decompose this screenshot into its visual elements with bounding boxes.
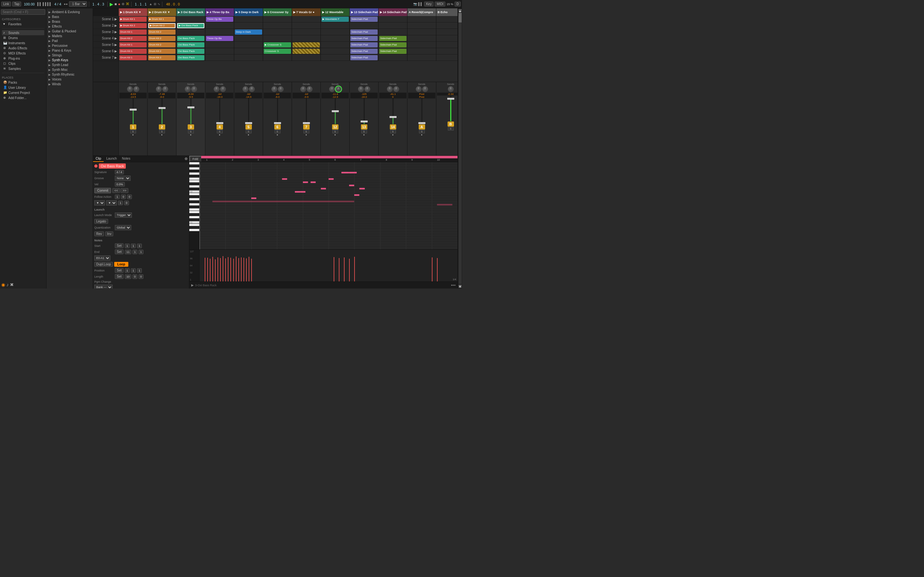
pr-play-btn[interactable]: ▶ <box>191 284 194 287</box>
ch-arm-5[interactable]: ● <box>248 133 249 136</box>
clip-slot[interactable] <box>407 35 436 42</box>
add-button[interactable]: ⊕ <box>121 2 124 6</box>
clip-slot[interactable] <box>263 16 292 23</box>
key-f2[interactable] <box>189 177 199 180</box>
key-fs1[interactable] <box>189 206 199 208</box>
key-btn[interactable]: Key <box>424 2 433 6</box>
clip-slot[interactable] <box>263 23 292 29</box>
clip-slot[interactable]: ▶ Wavetable F <box>321 16 349 23</box>
key-as0[interactable] <box>189 226 199 229</box>
sidebar-item-drums[interactable]: ⊞ Drums <box>2 35 44 40</box>
key-e2[interactable] <box>189 180 199 183</box>
clip-slot[interactable] <box>379 16 407 23</box>
key-b1[interactable] <box>189 193 199 195</box>
midi-btn[interactable]: MIDI <box>435 2 445 6</box>
key-b2[interactable] <box>189 162 199 165</box>
scene-3[interactable]: Scene 3 ▶ <box>93 29 118 35</box>
pos-set-btn[interactable]: Set <box>115 268 124 273</box>
bc-synth-rhythmic[interactable]: ▶Synth Rhythmic <box>47 72 93 77</box>
clip-slot[interactable] <box>205 23 234 29</box>
clip-slot[interactable]: Oxi Bass Pack <box>176 55 205 61</box>
key-a0[interactable] <box>189 229 199 231</box>
sidebar-item-sounds[interactable]: ♪ Sounds <box>2 30 44 35</box>
rec-button[interactable]: ● <box>118 2 120 6</box>
legato-btn[interactable]: Legato <box>94 219 108 224</box>
ch-arm-2[interactable]: ● <box>161 133 163 136</box>
clip-slot[interactable]: Drum Kit 1 <box>119 55 147 61</box>
key-ds2[interactable] <box>189 183 199 185</box>
key-d2[interactable] <box>189 185 199 188</box>
key-ds1[interactable] <box>189 213 199 216</box>
clip-slot[interactable]: Sidechain Pad <box>350 55 378 61</box>
scene-6[interactable]: Scene 6 ▶ <box>93 48 118 55</box>
clip-slot[interactable] <box>407 42 436 48</box>
vel-val[interactable]: 0.0% <box>115 182 125 187</box>
clip-slot[interactable] <box>321 29 349 35</box>
send-b-knob-1[interactable] <box>134 86 139 92</box>
key-as1[interactable] <box>189 195 199 198</box>
key-g1[interactable] <box>189 203 199 206</box>
clip-slot[interactable] <box>321 55 349 61</box>
tap-button[interactable]: Tap <box>12 2 21 6</box>
fader-13[interactable] <box>360 121 368 122</box>
send-b-knob-14[interactable] <box>393 86 399 92</box>
e0a1-select[interactable]: E0-A1 <box>94 255 110 261</box>
key-as2[interactable] <box>189 165 199 167</box>
send-a-knob-B[interactable] <box>448 86 454 92</box>
clip-slot[interactable]: ▶ Oxi Bass Pack <box>176 23 205 29</box>
groove-select[interactable]: None Swing <box>115 176 131 181</box>
clip-slot[interactable] <box>292 29 320 35</box>
solo-btn-12[interactable]: S <box>333 130 338 133</box>
solo-btn-1[interactable]: S <box>130 130 136 133</box>
clip-slot[interactable]: ▶ Drum Kit 1 <box>148 16 176 23</box>
clip-slot[interactable] <box>234 55 263 61</box>
sidebar-item-clips[interactable]: ◻ Clips <box>2 61 44 66</box>
clip-slot[interactable] <box>292 48 320 55</box>
sidebar-bottom-settings[interactable]: ✖ <box>10 282 14 287</box>
tab-launch[interactable]: Launch <box>103 156 120 162</box>
clip-name-display[interactable]: Oxi Bass Rack <box>99 163 126 169</box>
clip-slot[interactable]: Sidechain Pad <box>379 48 407 55</box>
clip-slot[interactable] <box>436 48 457 55</box>
send-a-knob-3[interactable] <box>185 86 191 92</box>
send-b-knob-2[interactable] <box>162 86 168 92</box>
key-f1[interactable] <box>189 208 199 211</box>
solo-btn-B[interactable]: S <box>448 127 454 131</box>
key-gs1[interactable] <box>189 201 199 203</box>
send-b-knob-12[interactable] <box>336 86 341 92</box>
send-b-knob-4[interactable] <box>220 86 226 92</box>
solo-btn-6[interactable]: S <box>275 130 280 133</box>
tab-clip[interactable]: Clip <box>93 156 103 162</box>
rev-btn[interactable]: Rev <box>94 231 104 236</box>
clip-slot[interactable] <box>292 55 320 61</box>
clip-slot[interactable]: Sidechain Pad <box>379 42 407 48</box>
clip-slot[interactable]: Drum Kit 2 <box>148 48 176 55</box>
clip-slot[interactable] <box>176 29 205 35</box>
scroll-up[interactable]: ▲ <box>459 9 462 12</box>
clip-slot[interactable]: Sidechain Pad <box>350 16 378 23</box>
solo-btn-7[interactable]: S <box>304 130 309 133</box>
inv-btn[interactable]: Inv <box>105 231 113 236</box>
clip-slot[interactable] <box>436 29 457 35</box>
key-g2[interactable] <box>189 172 199 175</box>
clip-slot[interactable] <box>234 42 263 48</box>
clip-slot[interactable] <box>234 35 263 42</box>
bc-winds[interactable]: ▶Winds <box>47 82 93 87</box>
solo-btn-5[interactable]: S <box>246 130 252 133</box>
clip-slot[interactable] <box>205 42 234 48</box>
ch-arm-13[interactable]: ● <box>363 133 365 136</box>
bc-synth-misc[interactable]: ▶Synth Misc <box>47 67 93 72</box>
clip-slot[interactable]: Sidechain Pad <box>350 35 378 42</box>
bc-guitar[interactable]: ▶Guitar & Plucked <box>47 29 93 34</box>
ch-arm-7[interactable]: ● <box>305 133 307 136</box>
clip-slot[interactable]: Three Op Ba <box>205 35 234 42</box>
solo-btn-13[interactable]: S <box>361 130 367 133</box>
bc-bass[interactable]: ▶Bass <box>47 15 93 19</box>
clip-slot[interactable]: ▶ Drum Kit 2 <box>148 23 176 29</box>
ch-arm-3[interactable]: ● <box>190 133 192 136</box>
send-a-knob-6[interactable] <box>271 86 277 92</box>
link-button[interactable]: Link <box>1 2 11 6</box>
play-button[interactable]: ▶ <box>110 2 113 7</box>
sidebar-item-audio-effects[interactable]: ⊛ Audio Effects <box>2 45 44 51</box>
clip-slot[interactable]: Sidechain Pad <box>350 48 378 55</box>
